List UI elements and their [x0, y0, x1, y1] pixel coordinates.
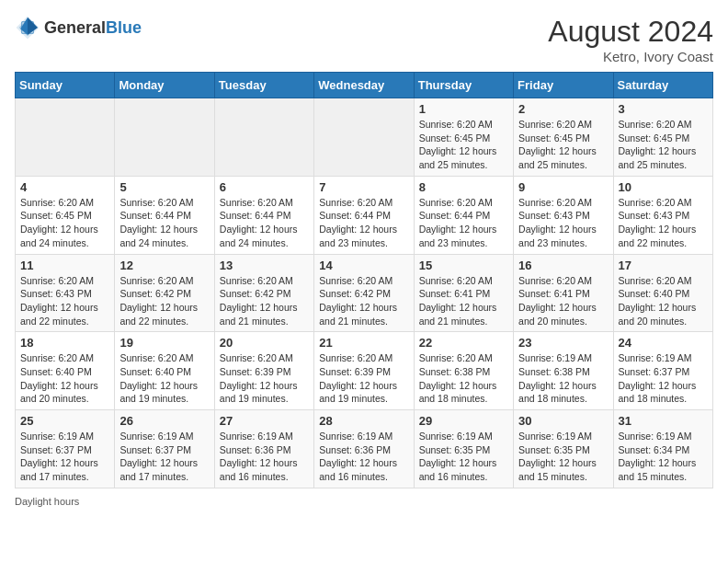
calendar-cell: [314, 98, 414, 177]
day-number: 31: [619, 414, 708, 428]
calendar-header: SundayMondayTuesdayWednesdayThursdayFrid…: [16, 73, 713, 98]
calendar-week-3: 11Sunrise: 6:20 AM Sunset: 6:43 PM Dayli…: [16, 254, 713, 332]
month-year: August 2024: [548, 15, 713, 49]
day-number: 2: [518, 102, 608, 116]
day-info: Sunrise: 6:19 AM Sunset: 6:37 PM Dayligh…: [619, 351, 708, 406]
calendar-cell: 26Sunrise: 6:19 AM Sunset: 6:37 PM Dayli…: [115, 410, 214, 488]
page-header: GeneralBlue August 2024 Ketro, Ivory Coa…: [15, 15, 713, 64]
weekday-header-monday: Monday: [115, 73, 214, 98]
day-number: 19: [119, 336, 209, 350]
day-info: Sunrise: 6:19 AM Sunset: 6:36 PM Dayligh…: [220, 430, 309, 484]
day-number: 4: [20, 180, 109, 194]
day-info: Sunrise: 6:19 AM Sunset: 6:35 PM Dayligh…: [419, 430, 508, 484]
day-info: Sunrise: 6:20 AM Sunset: 6:41 PM Dayligh…: [518, 274, 608, 328]
day-info: Sunrise: 6:20 AM Sunset: 6:45 PM Dayligh…: [619, 118, 708, 172]
weekday-header-saturday: Saturday: [613, 73, 712, 98]
calendar-cell: 8Sunrise: 6:20 AM Sunset: 6:44 PM Daylig…: [414, 176, 513, 254]
calendar-cell: 20Sunrise: 6:20 AM Sunset: 6:39 PM Dayli…: [214, 332, 313, 410]
calendar-cell: 7Sunrise: 6:20 AM Sunset: 6:44 PM Daylig…: [314, 176, 414, 254]
weekday-row: SundayMondayTuesdayWednesdayThursdayFrid…: [16, 73, 713, 98]
day-info: Sunrise: 6:20 AM Sunset: 6:41 PM Dayligh…: [419, 274, 508, 328]
day-number: 8: [419, 180, 508, 194]
day-number: 14: [319, 259, 408, 272]
day-number: 24: [619, 336, 708, 350]
day-number: 30: [518, 414, 608, 428]
calendar-cell: 18Sunrise: 6:20 AM Sunset: 6:40 PM Dayli…: [16, 332, 115, 410]
day-info: Sunrise: 6:20 AM Sunset: 6:40 PM Dayligh…: [20, 351, 109, 406]
weekday-header-friday: Friday: [514, 73, 613, 98]
calendar-cell: 6Sunrise: 6:20 AM Sunset: 6:44 PM Daylig…: [214, 176, 313, 254]
day-info: Sunrise: 6:20 AM Sunset: 6:40 PM Dayligh…: [119, 351, 209, 406]
daylight-label: Daylight hours: [15, 496, 79, 507]
calendar-cell: 25Sunrise: 6:19 AM Sunset: 6:37 PM Dayli…: [16, 410, 115, 488]
calendar-week-2: 4Sunrise: 6:20 AM Sunset: 6:45 PM Daylig…: [16, 176, 713, 254]
day-info: Sunrise: 6:19 AM Sunset: 6:35 PM Dayligh…: [518, 430, 608, 484]
calendar-cell: 3Sunrise: 6:20 AM Sunset: 6:45 PM Daylig…: [613, 98, 712, 177]
weekday-header-thursday: Thursday: [414, 73, 513, 98]
day-number: 7: [319, 180, 408, 194]
logo-icon: [15, 15, 40, 40]
day-info: Sunrise: 6:20 AM Sunset: 6:43 PM Dayligh…: [518, 196, 608, 250]
day-info: Sunrise: 6:20 AM Sunset: 6:44 PM Dayligh…: [220, 196, 309, 250]
day-number: 25: [20, 414, 109, 428]
calendar-cell: 19Sunrise: 6:20 AM Sunset: 6:40 PM Dayli…: [115, 332, 214, 410]
day-info: Sunrise: 6:20 AM Sunset: 6:45 PM Dayligh…: [419, 118, 508, 172]
calendar-cell: 2Sunrise: 6:20 AM Sunset: 6:45 PM Daylig…: [514, 98, 613, 177]
day-number: 29: [419, 414, 508, 428]
day-info: Sunrise: 6:20 AM Sunset: 6:43 PM Dayligh…: [20, 274, 109, 328]
calendar-cell: 14Sunrise: 6:20 AM Sunset: 6:42 PM Dayli…: [314, 254, 414, 332]
logo: GeneralBlue: [15, 15, 142, 40]
day-number: 28: [319, 414, 408, 428]
calendar-cell: 12Sunrise: 6:20 AM Sunset: 6:42 PM Dayli…: [115, 254, 214, 332]
day-number: 21: [319, 336, 408, 350]
calendar-cell: 17Sunrise: 6:20 AM Sunset: 6:40 PM Dayli…: [613, 254, 712, 332]
calendar-cell: 30Sunrise: 6:19 AM Sunset: 6:35 PM Dayli…: [514, 410, 613, 488]
day-number: 22: [419, 336, 508, 350]
calendar-week-1: 1Sunrise: 6:20 AM Sunset: 6:45 PM Daylig…: [16, 98, 713, 177]
calendar-cell: 16Sunrise: 6:20 AM Sunset: 6:41 PM Dayli…: [514, 254, 613, 332]
day-info: Sunrise: 6:19 AM Sunset: 6:37 PM Dayligh…: [119, 430, 209, 484]
day-info: Sunrise: 6:20 AM Sunset: 6:44 PM Dayligh…: [319, 196, 408, 250]
day-info: Sunrise: 6:19 AM Sunset: 6:37 PM Dayligh…: [20, 430, 109, 484]
weekday-header-tuesday: Tuesday: [214, 73, 313, 98]
day-number: 20: [220, 336, 309, 350]
calendar-cell: 5Sunrise: 6:20 AM Sunset: 6:44 PM Daylig…: [115, 176, 214, 254]
day-number: 3: [619, 102, 708, 116]
weekday-header-sunday: Sunday: [16, 73, 115, 98]
calendar-cell: 27Sunrise: 6:19 AM Sunset: 6:36 PM Dayli…: [214, 410, 313, 488]
day-info: Sunrise: 6:20 AM Sunset: 6:43 PM Dayligh…: [619, 196, 708, 250]
day-number: 5: [119, 180, 209, 194]
footer: Daylight hours: [15, 496, 713, 507]
day-number: 18: [20, 336, 109, 350]
logo-text: GeneralBlue: [44, 18, 142, 38]
day-info: Sunrise: 6:20 AM Sunset: 6:42 PM Dayligh…: [220, 274, 309, 328]
calendar-cell: 4Sunrise: 6:20 AM Sunset: 6:45 PM Daylig…: [16, 176, 115, 254]
calendar-cell: 21Sunrise: 6:20 AM Sunset: 6:39 PM Dayli…: [314, 332, 414, 410]
day-number: 10: [619, 180, 708, 194]
logo-blue: Blue: [106, 18, 142, 37]
calendar-cell: 1Sunrise: 6:20 AM Sunset: 6:45 PM Daylig…: [414, 98, 513, 177]
calendar-cell: 15Sunrise: 6:20 AM Sunset: 6:41 PM Dayli…: [414, 254, 513, 332]
calendar-cell: 23Sunrise: 6:19 AM Sunset: 6:38 PM Dayli…: [514, 332, 613, 410]
day-info: Sunrise: 6:20 AM Sunset: 6:38 PM Dayligh…: [419, 351, 508, 406]
day-number: 1: [419, 102, 508, 116]
calendar-week-4: 18Sunrise: 6:20 AM Sunset: 6:40 PM Dayli…: [16, 332, 713, 410]
day-number: 27: [220, 414, 309, 428]
calendar-cell: [16, 98, 115, 177]
calendar-cell: 29Sunrise: 6:19 AM Sunset: 6:35 PM Dayli…: [414, 410, 513, 488]
title-block: August 2024 Ketro, Ivory Coast: [548, 15, 713, 64]
day-info: Sunrise: 6:20 AM Sunset: 6:39 PM Dayligh…: [319, 351, 408, 406]
calendar-cell: 22Sunrise: 6:20 AM Sunset: 6:38 PM Dayli…: [414, 332, 513, 410]
day-info: Sunrise: 6:20 AM Sunset: 6:40 PM Dayligh…: [619, 274, 708, 328]
calendar-cell: 13Sunrise: 6:20 AM Sunset: 6:42 PM Dayli…: [214, 254, 313, 332]
day-number: 12: [119, 259, 209, 272]
calendar-cell: [214, 98, 313, 177]
day-info: Sunrise: 6:19 AM Sunset: 6:38 PM Dayligh…: [518, 351, 608, 406]
calendar-cell: 11Sunrise: 6:20 AM Sunset: 6:43 PM Dayli…: [16, 254, 115, 332]
calendar-cell: 10Sunrise: 6:20 AM Sunset: 6:43 PM Dayli…: [613, 176, 712, 254]
logo-general: General: [44, 18, 106, 37]
day-info: Sunrise: 6:20 AM Sunset: 6:44 PM Dayligh…: [419, 196, 508, 250]
day-info: Sunrise: 6:20 AM Sunset: 6:45 PM Dayligh…: [20, 196, 109, 250]
calendar-week-5: 25Sunrise: 6:19 AM Sunset: 6:37 PM Dayli…: [16, 410, 713, 488]
day-info: Sunrise: 6:20 AM Sunset: 6:39 PM Dayligh…: [220, 351, 309, 406]
